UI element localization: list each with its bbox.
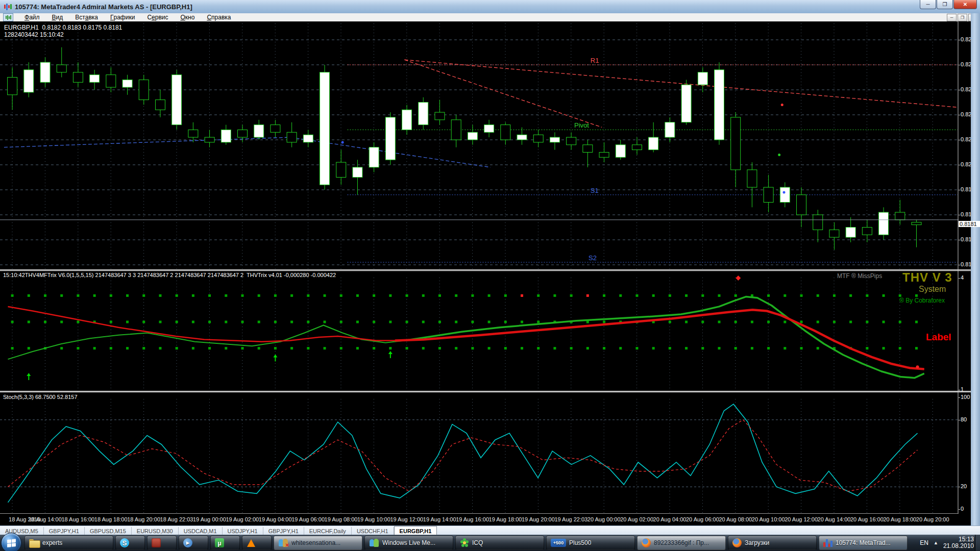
chart-tab-eurchf-daily[interactable]: EURCHF,Daily	[304, 527, 352, 535]
vlc-icon	[247, 539, 256, 547]
messenger-offline-icon: ✕	[278, 539, 288, 547]
mdi-restore-button[interactable]: ❐	[958, 14, 967, 21]
taskbar-button-892233366gif-пр[interactable]: 892233366gif : Пр...	[637, 536, 726, 550]
show-desktop-button[interactable]	[975, 535, 980, 551]
taskbar-button-label: Windows Live Me...	[382, 539, 435, 546]
metatrader-window: 105774: MetaTrader4 Admiral Markets AS -…	[0, 0, 980, 551]
window-title: 105774: MetaTrader4 Admiral Markets AS -…	[15, 3, 192, 11]
taskbar: expertsS▶µ✕whitesensationa...Windows Liv…	[0, 535, 980, 551]
chart-area[interactable]: R1PivotS1S2 EURGBP,H1 0.8182 0.8183 0.81…	[0, 21, 971, 525]
taskbar-button-utorrent[interactable]: µ	[210, 536, 240, 550]
axis-tick-mark	[959, 65, 960, 65]
taskbar-button-загрузки[interactable]: Загрузки	[728, 536, 817, 550]
time-axis: 18 Aug 201018 Aug 14:0018 Aug 16:0018 Au…	[0, 513, 959, 526]
stoch-indicator-header: Stoch(5,3,3) 68.7500 52.8157	[3, 394, 78, 400]
taskbar-button-red-app[interactable]	[147, 536, 177, 550]
svg-text:Pivot: Pivot	[574, 121, 589, 129]
axis-tick-mark	[959, 240, 960, 240]
taskbar-button-vlc[interactable]	[242, 536, 272, 550]
tray-date: 21.08.2010	[943, 543, 974, 549]
menu-items: ФайлВидВставкаГрафикиСервисОкноСправка	[18, 13, 237, 21]
minimize-button[interactable]: ─	[920, 0, 936, 9]
axis-tick-mark	[959, 140, 960, 140]
restore-button[interactable]: ❐	[937, 0, 953, 9]
tray-expand-icon[interactable]: ▲	[934, 540, 938, 545]
chart-tab-gbpusd-m15[interactable]: GBPUSD,M15	[85, 527, 132, 535]
menu-item-5[interactable]: Окно	[175, 13, 201, 21]
thv-watermark-credit: ® By Cobraforex	[899, 297, 945, 304]
firefox-icon	[642, 538, 651, 547]
axis-tick-mark	[959, 265, 960, 265]
taskbar-button-media-player[interactable]: ▶	[179, 536, 208, 550]
time-tick-label: 20 Aug 20:00	[909, 516, 956, 522]
axis-tick-mark	[959, 165, 960, 165]
chart-tab-usdjpy-h1[interactable]: USDJPY,H1	[223, 527, 263, 535]
taskbar-button-plus500[interactable]: +500Plus500	[546, 536, 635, 550]
window-right-border	[971, 13, 980, 525]
chart-icon	[3, 13, 13, 21]
trix-indicator-header: 15:10:42THV4MFTrix V6.0(1,5,5,15) 214748…	[3, 272, 336, 278]
language-indicator[interactable]: EN	[920, 539, 928, 546]
taskbar-button-label: Plus500	[569, 539, 591, 546]
menu-item-4[interactable]: Сервис	[141, 13, 174, 21]
tick-info-line: 1282403442 15:10:42	[4, 31, 64, 38]
chart-tab-eurgbp-h1[interactable]: EURGBP,H1	[394, 526, 437, 535]
symbol-ohlc-line: EURGBP,H1 0.8182 0.8183 0.8175 0.8181	[4, 24, 122, 31]
tray-clock[interactable]: 15:13 21.08.2010	[943, 536, 974, 549]
chart-tab-eurusd-m30[interactable]: EURUSD,M30	[132, 527, 179, 535]
taskbar-button-label: 105774: MetaTrad...	[836, 539, 891, 546]
plus500-icon: +500	[551, 539, 566, 547]
axis-tick-mark	[959, 278, 960, 279]
price-axis: 0.82550.82450.82350.82250.82150.82050.81…	[959, 21, 971, 525]
metatrader-icon	[4, 3, 12, 10]
chart-tab-usdchf-h1[interactable]: USDCHF,H1	[352, 527, 394, 535]
taskbar-button-skype[interactable]: S	[115, 536, 145, 550]
taskbar-button-label: Загрузки	[745, 539, 769, 546]
taskbar-button-label: experts	[42, 539, 62, 546]
start-button[interactable]	[1, 533, 21, 551]
close-button[interactable]: ✕	[953, 0, 977, 9]
taskbar-button-105774-metatrad[interactable]: 105774: MetaTrad...	[819, 536, 908, 550]
price-chart-canvas[interactable]: R1PivotS1S2	[0, 21, 971, 513]
chart-tab-gbpjpy-h1[interactable]: GBPJPY,H1	[263, 527, 304, 535]
menu-item-1[interactable]: Вид	[46, 13, 69, 21]
system-tray: EN ▲ 15:13 21.08.2010	[920, 535, 974, 551]
taskbar-button-whitesensationa[interactable]: ✕whitesensationa...	[274, 536, 362, 550]
menu-bar: ФайлВидВставкаГрафикиСервисОкноСправка ─…	[0, 13, 980, 22]
taskbar-button-label: ICQ	[472, 539, 483, 546]
axis-tick-mark	[959, 420, 960, 420]
skype-icon: S	[120, 538, 129, 547]
menu-item-3[interactable]: Графики	[104, 13, 141, 21]
axis-tick-mark	[959, 390, 960, 390]
windows-logo-icon	[7, 539, 16, 547]
svg-text:S1: S1	[591, 187, 599, 194]
chart-tab-gbpjpy-h1[interactable]: GBPJPY,H1	[44, 527, 85, 535]
media-player-icon: ▶	[183, 538, 192, 547]
axis-tick-mark	[959, 40, 960, 40]
thv-watermark-title: THV V 3	[902, 270, 952, 285]
label-object[interactable]: Label	[926, 332, 951, 343]
taskbar-button-icq[interactable]: ICQ	[455, 536, 544, 550]
axis-tick-mark	[959, 215, 960, 215]
axis-tick-mark	[959, 397, 960, 398]
utorrent-icon: µ	[215, 538, 224, 547]
mdi-minimize-button[interactable]: ─	[947, 14, 957, 21]
icq-icon	[460, 538, 469, 547]
title-bar[interactable]: 105774: MetaTrader4 Admiral Markets AS -…	[0, 0, 980, 14]
metatrader-icon	[823, 539, 832, 547]
menu-item-2[interactable]: Вставка	[69, 13, 104, 21]
chart-tab-usdcad-m1[interactable]: USDCAD,M1	[179, 527, 223, 535]
axis-tick-mark	[959, 90, 960, 90]
axis-tick-mark	[959, 487, 960, 487]
taskbar-buttons: expertsS▶µ✕whitesensationa...Windows Liv…	[23, 536, 909, 550]
svg-text:R1: R1	[591, 57, 599, 64]
axis-tick-mark	[959, 190, 960, 190]
menu-item-0[interactable]: Файл	[18, 13, 46, 21]
window-controls: ─ ❐ ✕	[919, 0, 977, 9]
menu-item-6[interactable]: Справка	[201, 13, 237, 21]
svg-text:S2: S2	[589, 254, 597, 262]
taskbar-button-experts[interactable]: experts	[24, 536, 113, 550]
axis-tick-mark	[959, 115, 960, 115]
taskbar-button-windows-live-me[interactable]: Windows Live Me...	[364, 536, 453, 550]
chart-tab-bar: AUDUSD,M5GBPJPY,H1GBPUSD,M15EURUSD,M30US…	[0, 525, 980, 535]
